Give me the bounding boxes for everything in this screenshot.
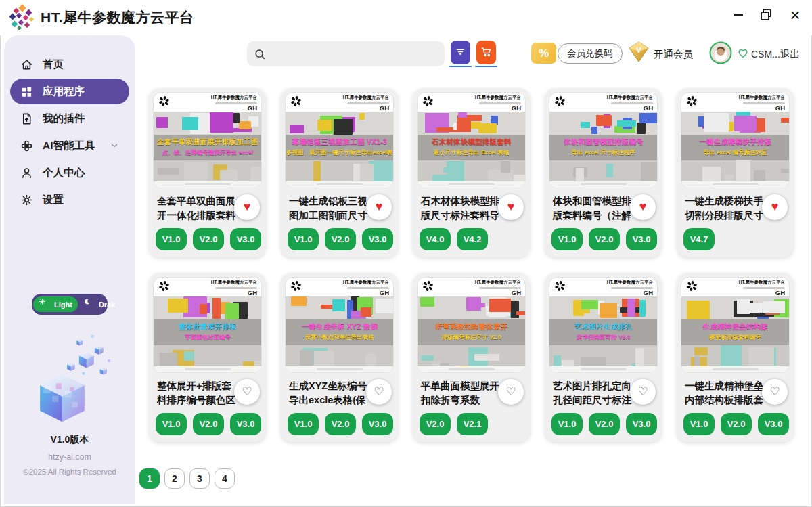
app-card[interactable]: HT.犀牛参数魔方云平台 GH 幕墙铝板三视图加工图 VX1-3 多视图、展开图… xyxy=(281,88,398,257)
theme-dark-option[interactable]: Drak xyxy=(78,296,120,312)
cart-button[interactable] xyxy=(476,41,496,64)
card-brand-text: HT.犀牛参数魔方云平台 xyxy=(343,95,389,101)
version-badge[interactable]: V2.0 xyxy=(721,413,752,435)
version-badge[interactable]: V3.0 xyxy=(626,228,657,250)
version-badge[interactable]: V3.0 xyxy=(362,228,393,250)
card-overlay: 石木材体块模型排版套料 最小尺寸标注导出 Excel 表格 xyxy=(418,135,525,160)
card-screenshot-top xyxy=(154,112,261,135)
version-badge[interactable]: V2.0 xyxy=(193,413,224,435)
favorite-button[interactable]: ♡ xyxy=(762,379,788,405)
svg-text:V: V xyxy=(636,46,641,54)
version-badge[interactable]: V2.1 xyxy=(457,413,488,435)
app-card[interactable]: HT.犀牛参数魔方云平台 GH 一键生成坐标 XYZ 数据 设置小数点和单位导出… xyxy=(281,273,398,442)
card-gh-label: GH xyxy=(775,290,785,296)
sidebar-item-settings[interactable]: 设置 xyxy=(10,187,129,213)
ai-tools-icon xyxy=(20,139,33,152)
copyright-label: ©2025 All Rights Reserved xyxy=(23,468,116,476)
card-overlay-line1: 体块和圆管模型排版编号 xyxy=(564,137,644,147)
card-watermark xyxy=(154,181,261,188)
theme-toggle[interactable]: Light Drak xyxy=(32,294,108,315)
knot-logo-icon xyxy=(422,95,434,108)
version-badge[interactable]: V2.0 xyxy=(325,413,356,435)
favorite-button[interactable]: ♡ xyxy=(630,379,656,405)
favorite-button[interactable]: ♡ xyxy=(366,379,392,405)
plugin-icon xyxy=(20,112,33,125)
version-badge[interactable]: V4.7 xyxy=(683,228,715,250)
favorite-button[interactable]: ♡ xyxy=(234,379,260,405)
restore-icon[interactable] xyxy=(761,9,773,21)
cart-icon xyxy=(480,46,492,59)
page-button-2[interactable]: 2 xyxy=(164,468,185,489)
sidebar-item-home[interactable]: 首页 xyxy=(10,51,129,77)
card-watermark xyxy=(549,181,657,188)
card-overlay-line1: 幕墙铝板三视图加工图 VX1-3 xyxy=(292,137,386,147)
app-card[interactable]: HT.犀牛参数魔方云平台 GH 石木材体块模型排版套料 最小尺寸标注导出 Exc… xyxy=(413,88,530,257)
redeem-code-button[interactable]: 会员兑换码 xyxy=(558,43,623,64)
theme-light-option[interactable]: Light xyxy=(33,296,78,312)
logout-button[interactable]: 退出 xyxy=(780,48,800,61)
chevron-down-icon[interactable] xyxy=(110,141,119,150)
version-badge[interactable]: V2.0 xyxy=(589,413,620,435)
open-membership-link[interactable]: 开通会员 xyxy=(654,48,693,61)
sidebar-item-profile[interactable]: 个人中心 xyxy=(10,160,129,185)
version-badge[interactable]: V2.0 xyxy=(420,413,451,435)
sidebar-item-plugins[interactable]: 我的插件 xyxy=(10,106,129,131)
sidebar-item-ai-tools[interactable]: AI智能工具 xyxy=(10,133,129,158)
close-icon[interactable] xyxy=(789,9,801,21)
favorite-button[interactable]: ♥ xyxy=(630,194,656,220)
version-badge[interactable]: V1.0 xyxy=(551,228,583,250)
version-badge[interactable]: V3.0 xyxy=(230,413,261,435)
favorite-button[interactable]: ♥ xyxy=(366,194,392,220)
card-overlay-line2: 点、线、注释编号随展开导出 excel xyxy=(162,149,252,157)
card-overlay: 整体批量展开排版 平面颜色对应编号 xyxy=(154,319,261,345)
minimize-icon[interactable] xyxy=(732,9,744,21)
version-badge[interactable]: V3.0 xyxy=(626,413,657,435)
card-overlay-line1: 全套平单双曲面展开排版加工图 xyxy=(157,137,258,147)
app-card[interactable]: HT.犀牛参数魔方云平台 GH 折弯系数扣除整体展开 排版编号标注尺寸 V2.0… xyxy=(413,273,530,442)
version-badge[interactable]: V3.0 xyxy=(230,228,261,250)
filter-button[interactable] xyxy=(451,41,470,64)
version-badge[interactable]: V2.0 xyxy=(589,228,620,250)
favorite-button[interactable]: ♡ xyxy=(498,379,524,405)
version-badge[interactable]: V3.0 xyxy=(758,413,789,435)
card-title: 一键生成精神堡垒内部结构板排版套 xyxy=(685,379,767,407)
app-card[interactable]: HT.犀牛参数魔方云平台 GH 艺术图片生成排孔 定半径间距可控 V3.0 艺术… xyxy=(545,273,662,442)
sidebar-item-label: 应用程序 xyxy=(43,85,85,99)
gear-icon xyxy=(20,194,33,206)
ticket-percent-icon xyxy=(531,43,556,64)
card-overlay-line2: 导出 excel 编号颜色对应 xyxy=(704,149,767,157)
favorite-button[interactable]: ♥ xyxy=(498,194,524,220)
favorite-button[interactable]: ♥ xyxy=(762,194,788,220)
favorite-button[interactable]: ♥ xyxy=(234,194,260,220)
card-overlay-line2: 设置小数点和单位导出表格 xyxy=(305,334,374,342)
sidebar-item-apps[interactable]: 应用程序 xyxy=(10,79,129,104)
app-card[interactable]: HT.犀牛参数魔方云平台 GH 整体批量展开排版 平面颜色对应编号 整体展开+排… xyxy=(149,273,266,442)
avatar[interactable] xyxy=(709,41,732,64)
heart-badge-icon xyxy=(737,47,749,59)
version-badge[interactable]: V2.0 xyxy=(325,228,356,250)
app-card[interactable]: HT.犀牛参数魔方云平台 GH 体块和圆管模型排版编号 导出 excel 尺寸标… xyxy=(545,88,662,257)
version-badge[interactable]: V1.0 xyxy=(683,413,715,435)
version-badges: V1.0V2.0V3.0 xyxy=(281,407,398,442)
version-badge[interactable]: V4.0 xyxy=(420,228,451,250)
card-screenshot-top xyxy=(681,112,789,135)
card-screenshot-top xyxy=(286,112,393,135)
page-button-4[interactable]: 4 xyxy=(215,468,235,489)
page-button-3[interactable]: 3 xyxy=(189,468,210,489)
version-badge[interactable]: V2.0 xyxy=(193,228,224,250)
version-badge[interactable]: V3.0 xyxy=(362,413,393,435)
app-card[interactable]: HT.犀牛参数魔方云平台 GH 一键生成楼梯扶手排版 导出 excel 编号颜色… xyxy=(677,88,794,257)
search-bar[interactable] xyxy=(247,41,445,66)
app-card[interactable]: HT.犀牛参数魔方云平台 GH 生成精神堡垒结构架 横竖板排版套料编号 一键生成… xyxy=(677,273,794,442)
version-badge[interactable]: V4.2 xyxy=(457,228,488,250)
version-badge[interactable]: V1.0 xyxy=(288,228,319,250)
app-card[interactable]: HT.犀牛参数魔方云平台 GH 全套平单双曲面展开排版加工图 点、线、注释编号随… xyxy=(149,88,266,257)
version-badge[interactable]: V1.0 xyxy=(288,413,319,435)
page-button-1[interactable]: 1 xyxy=(139,468,160,489)
search-input[interactable] xyxy=(270,48,438,60)
version-badge[interactable]: V1.0 xyxy=(551,413,583,435)
card-screenshot-bottom xyxy=(549,345,657,366)
version-badge[interactable]: V1.0 xyxy=(156,228,187,250)
version-badge[interactable]: V1.0 xyxy=(156,413,187,435)
card-gh-label: GH xyxy=(512,105,521,112)
